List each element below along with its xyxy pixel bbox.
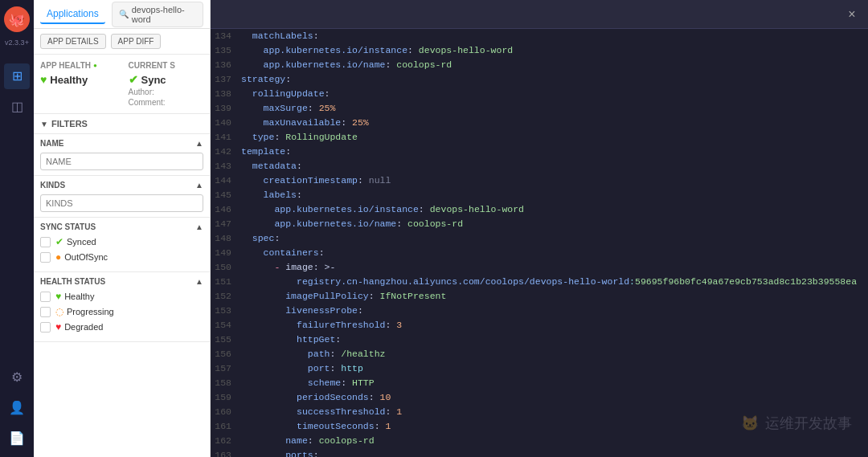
app-diff-button[interactable]: APP DIFF (111, 34, 162, 49)
code-line: 144 creationTimestamp: null (211, 173, 868, 188)
sidebar-icon-settings[interactable]: ⚙ (4, 364, 30, 390)
code-line: 156 path: /healthz (211, 347, 868, 361)
line-text: httpGet: (241, 333, 868, 347)
sync-outofsync-label: ● OutOfSync (55, 251, 108, 263)
line-text: imagePullPolicy: IfNotPresent (241, 289, 868, 304)
line-text: type: RollingUpdate (241, 130, 868, 145)
line-number: 163 (211, 448, 241, 457)
main-panel: Applications 🔍 devops-hello-word APP DET… (34, 0, 211, 457)
line-number: 138 (211, 87, 241, 101)
line-number: 141 (211, 130, 241, 145)
line-number: 152 (211, 289, 241, 304)
sync-block: CURRENT S ✔ Sync Author: Comment: (129, 61, 204, 107)
current-sync-text: CURRENT S (129, 61, 175, 70)
degraded-icon: ♥ (55, 321, 61, 333)
close-button[interactable]: × (842, 5, 862, 24)
kinds-filter-group: KINDS ▲ (34, 176, 210, 218)
line-text: containers: (241, 246, 868, 260)
code-line: 154 failureThreshold: 3 (211, 318, 868, 333)
code-line: 139 maxSurge: 25% (211, 101, 868, 116)
code-line: 148 spec: (211, 231, 868, 246)
line-number: 153 (211, 304, 241, 318)
line-number: 144 (211, 173, 241, 188)
line-text: successThreshold: 1 (241, 405, 868, 419)
sync-filter-synced[interactable]: ✔ Synced (40, 236, 203, 247)
sidebar-icon-docs[interactable]: 📄 (4, 425, 30, 451)
health-degraded-label: ♥ Degraded (55, 321, 103, 333)
line-number: 150 (211, 260, 241, 275)
sync-author: Author: (129, 88, 204, 96)
health-progressing-checkbox[interactable] (40, 307, 51, 317)
line-number: 143 (211, 159, 241, 173)
line-text: - image: >- (241, 260, 868, 275)
sync-status-filter-label: SYNC STATUS (40, 222, 96, 231)
sync-status-filter-header[interactable]: SYNC STATUS ▲ (40, 222, 203, 231)
line-number: 151 (211, 275, 241, 289)
line-number: 158 (211, 376, 241, 390)
app-details-button[interactable]: APP DETAILS (40, 34, 106, 49)
sidebar-icon-layers[interactable]: ◫ (4, 94, 30, 120)
kinds-filter-chevron: ▲ (195, 181, 203, 190)
health-progressing-label: ◌ Progressing (55, 306, 114, 317)
healthy-heart-icon: ♥ (55, 291, 61, 302)
health-indicator-dot: ● (93, 62, 97, 69)
line-number: 159 (211, 390, 241, 405)
line-text: labels: (241, 188, 868, 202)
version-label: v2.3.3+ (5, 39, 29, 47)
sync-check-icon: ✔ (129, 73, 138, 86)
health-value: ♥ Healthy (40, 73, 116, 86)
health-status-text: Healthy (50, 74, 88, 86)
tab-applications[interactable]: Applications (40, 5, 105, 24)
line-number: 149 (211, 246, 241, 260)
name-filter-input[interactable] (40, 153, 203, 170)
synced-dot: ✔ (55, 236, 63, 247)
health-healthy-checkbox[interactable] (40, 292, 51, 302)
nav-search-bar[interactable]: 🔍 devops-hello-word (112, 2, 203, 27)
line-text: port: http (241, 361, 868, 376)
code-line: 157 port: http (211, 361, 868, 376)
line-text: template: (241, 145, 868, 159)
health-status-filter-header[interactable]: HEALTH STATUS ▲ (40, 277, 203, 286)
code-line: 146 app.kubernetes.io/instance: devops-h… (211, 202, 868, 217)
filters-header-section: ▼ FILTERS (34, 114, 210, 134)
health-filter-progressing[interactable]: ◌ Progressing (40, 306, 203, 317)
sync-comment: Comment: (129, 98, 204, 107)
code-line: 138 rollingUpdate: (211, 87, 868, 101)
health-filter-healthy[interactable]: ♥ Healthy (40, 291, 203, 302)
line-number: 139 (211, 101, 241, 116)
code-panel: × 134 matchLabels:135 app.kubernetes.io/… (211, 0, 868, 457)
code-line: 155 httpGet: (211, 333, 868, 347)
health-healthy-label: ♥ Healthy (55, 291, 94, 302)
code-line: 135 app.kubernetes.io/instance: devops-h… (211, 43, 868, 58)
code-line: 145 labels: (211, 188, 868, 202)
sync-synced-checkbox[interactable] (40, 237, 51, 247)
code-line: 163 ports: (211, 448, 868, 457)
code-content[interactable]: 134 matchLabels:135 app.kubernetes.io/in… (211, 29, 868, 457)
sidebar-icon-user[interactable]: 👤 (4, 394, 30, 420)
code-line: 151 registry.cn-hangzhou.aliyuncs.com/co… (211, 275, 868, 289)
code-line: 153 livenessProbe: (211, 304, 868, 318)
line-number: 157 (211, 361, 241, 376)
kinds-filter-input[interactable] (40, 194, 203, 212)
sync-filter-outofsync[interactable]: ● OutOfSync (40, 251, 203, 263)
outofsync-dot: ● (55, 251, 61, 263)
line-text: rollingUpdate: (241, 87, 868, 101)
line-text: ports: (241, 448, 868, 457)
sync-outofsync-checkbox[interactable] (40, 252, 51, 263)
line-number: 136 (211, 58, 241, 72)
line-text: creationTimestamp: null (241, 173, 868, 188)
sidebar-icon-apps[interactable]: ⊞ (4, 63, 30, 89)
progressing-icon: ◌ (55, 306, 63, 317)
health-degraded-checkbox[interactable] (40, 322, 51, 333)
health-filter-degraded[interactable]: ♥ Degraded (40, 321, 203, 333)
code-line: 134 matchLabels: (211, 29, 868, 43)
health-label-text: APP HEALTH (40, 61, 91, 70)
name-filter-header[interactable]: NAME ▲ (40, 139, 203, 148)
line-text: name: coolops-rd (241, 434, 868, 448)
kinds-filter-header[interactable]: KINDS ▲ (40, 181, 203, 190)
sync-status-chevron: ▲ (195, 222, 203, 231)
sync-value: ✔ Sync (129, 73, 204, 86)
line-number: 140 (211, 116, 241, 130)
line-text: timeoutSeconds: 1 (241, 419, 868, 434)
search-text: devops-hello-word (132, 5, 196, 24)
